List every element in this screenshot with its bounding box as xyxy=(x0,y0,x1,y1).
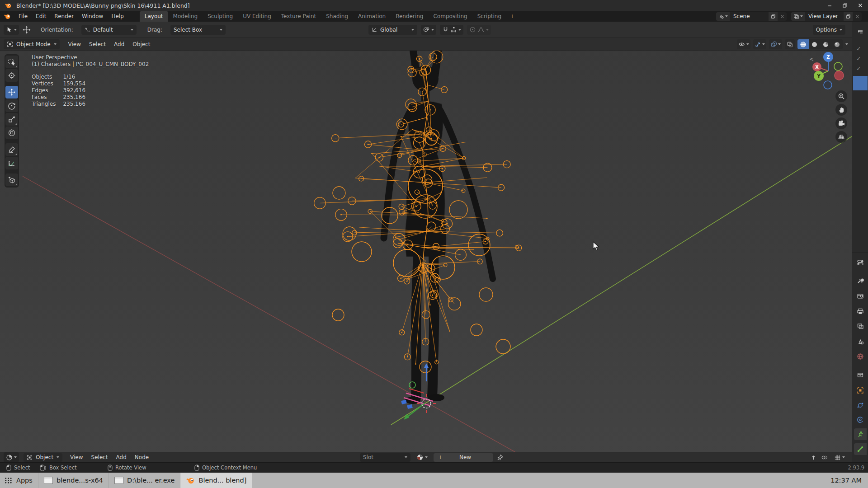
menu-window[interactable]: Window xyxy=(78,11,107,22)
active-tool-dropdown[interactable] xyxy=(4,25,19,35)
viewport-menu-select[interactable]: Select xyxy=(85,39,110,50)
parent-up-icon[interactable] xyxy=(810,454,817,461)
tab-uv-editing[interactable]: UV Editing xyxy=(238,11,276,22)
restore-button[interactable] xyxy=(837,0,853,11)
tool-annotate[interactable] xyxy=(5,143,18,156)
taskbar-window-3-active[interactable]: Blend... blend] xyxy=(180,473,252,488)
tool-add-cube[interactable] xyxy=(5,174,18,186)
blender-app-icon[interactable] xyxy=(4,13,11,20)
drag-dropdown[interactable]: Select Box xyxy=(170,25,226,35)
perspective-grid-button[interactable] xyxy=(835,131,847,143)
tab-collection-properties[interactable] xyxy=(854,369,867,380)
taskbar-window-2[interactable]: D:\ble... er.exe xyxy=(108,473,180,488)
node-menu-node[interactable]: Node xyxy=(131,452,153,463)
shading-wireframe-button[interactable] xyxy=(797,39,809,49)
proportional-editing-group[interactable] xyxy=(467,25,491,35)
outliner-check-icon[interactable]: ✓ xyxy=(856,65,861,72)
tab-world-properties[interactable] xyxy=(854,351,867,362)
mouse-pointer xyxy=(591,241,600,251)
tab-texture-paint[interactable]: Texture Paint xyxy=(276,11,321,22)
tab-bone-properties[interactable] xyxy=(854,443,867,455)
shader-type-dropdown[interactable]: Object xyxy=(24,453,62,462)
apps-button[interactable]: Apps xyxy=(0,473,38,488)
camera-view-button[interactable] xyxy=(835,117,847,129)
show-overlays-toggle[interactable] xyxy=(769,39,782,49)
character-mesh[interactable] xyxy=(384,51,493,404)
pivot-point-dropdown[interactable] xyxy=(421,25,436,35)
tab-output-properties[interactable] xyxy=(854,305,867,317)
viewport-menu-object[interactable]: Object xyxy=(128,39,154,50)
tab-object-properties[interactable] xyxy=(854,385,867,396)
viewport-menu-add[interactable]: Add xyxy=(110,39,128,50)
options-button[interactable]: Options xyxy=(813,25,845,35)
tool-rotate[interactable] xyxy=(5,99,18,112)
sidebar-toggle-arrow[interactable]: < xyxy=(809,56,814,62)
menu-file[interactable]: File xyxy=(14,11,32,22)
slot-dropdown[interactable]: Slot xyxy=(360,453,410,462)
scene-canvas[interactable] xyxy=(0,51,852,452)
scene-unlink-button[interactable] xyxy=(778,12,787,21)
tab-animation[interactable]: Animation xyxy=(353,11,391,22)
scene-new-button[interactable] xyxy=(769,12,778,21)
snapping-icon[interactable] xyxy=(821,454,828,461)
tool-measure[interactable] xyxy=(5,157,18,169)
view-layer-new-button[interactable] xyxy=(844,12,853,21)
shading-rendered-button[interactable] xyxy=(831,39,843,49)
filter-icon[interactable] xyxy=(857,28,864,35)
viewport-menu-view[interactable]: View xyxy=(64,39,85,50)
tab-view-layer-properties[interactable] xyxy=(854,320,867,332)
view-layer-remove-button[interactable] xyxy=(853,12,862,21)
tab-modeling[interactable]: Modeling xyxy=(168,11,203,22)
tab-tool-properties[interactable] xyxy=(854,275,867,286)
tool-cursor[interactable] xyxy=(5,69,18,82)
tab-sculpting[interactable]: Sculpting xyxy=(203,11,238,22)
tab-rendering[interactable]: Rendering xyxy=(391,11,428,22)
tab-shading[interactable]: Shading xyxy=(321,11,353,22)
xray-toggle[interactable] xyxy=(785,39,795,49)
menu-render[interactable]: Render xyxy=(50,11,78,22)
tab-layout[interactable]: Layout xyxy=(140,11,168,22)
tab-scripting[interactable]: Scripting xyxy=(472,11,506,22)
pan-hand-button[interactable] xyxy=(835,104,847,116)
viewport-3d[interactable]: Object Mode View Select Add Object xyxy=(0,38,852,452)
tab-constraints-properties[interactable] xyxy=(854,414,867,426)
taskbar-window-1[interactable]: blende...s-x64 xyxy=(38,473,108,488)
tool-transform[interactable] xyxy=(5,127,18,139)
zoom-button[interactable] xyxy=(835,90,847,102)
outliner-selected-row[interactable] xyxy=(853,76,868,90)
tool-scale[interactable] xyxy=(5,113,18,126)
menu-help[interactable]: Help xyxy=(107,11,127,22)
scene-selector[interactable]: Scene xyxy=(716,12,787,21)
shading-material-button[interactable] xyxy=(820,39,831,49)
tab-scene-properties[interactable] xyxy=(854,336,867,347)
object-visibility-dropdown[interactable] xyxy=(737,39,750,49)
node-menu-add[interactable]: Add xyxy=(112,452,131,463)
mode-dropdown[interactable]: Object Mode xyxy=(4,39,60,49)
tab-object-data-properties[interactable] xyxy=(854,428,867,440)
transform-orientation-dropdown[interactable]: Global xyxy=(368,25,417,35)
outliner-check-icon[interactable]: ✓ xyxy=(856,45,861,52)
node-menu-view[interactable]: View xyxy=(66,452,87,463)
grid-snap-dropdown[interactable] xyxy=(832,452,847,462)
show-gizmo-toggle[interactable] xyxy=(753,39,766,49)
orientation-dropdown[interactable]: Default xyxy=(81,25,137,35)
properties-editor-icon[interactable] xyxy=(854,257,867,268)
material-browse-dropdown[interactable] xyxy=(414,452,430,462)
outliner-check-icon[interactable]: ✓ xyxy=(856,55,861,62)
tool-move[interactable] xyxy=(5,86,18,99)
tool-select-box[interactable] xyxy=(5,56,18,68)
node-menu-select[interactable]: Select xyxy=(87,452,112,463)
add-workspace-button[interactable]: + xyxy=(506,11,518,22)
tab-compositing[interactable]: Compositing xyxy=(428,11,472,22)
snap-group[interactable] xyxy=(440,25,463,35)
shading-solid-button[interactable] xyxy=(809,39,820,49)
new-material-button[interactable]: + New xyxy=(434,453,493,462)
pin-icon[interactable] xyxy=(497,454,504,461)
minimize-button[interactable] xyxy=(822,0,837,11)
menu-edit[interactable]: Edit xyxy=(32,11,50,22)
view-layer-selector[interactable]: View Layer xyxy=(791,12,862,21)
tab-render-properties[interactable] xyxy=(854,290,867,302)
editor-type-dropdown[interactable] xyxy=(4,452,19,462)
close-button[interactable] xyxy=(853,0,868,11)
tab-physics-properties[interactable] xyxy=(854,399,867,411)
